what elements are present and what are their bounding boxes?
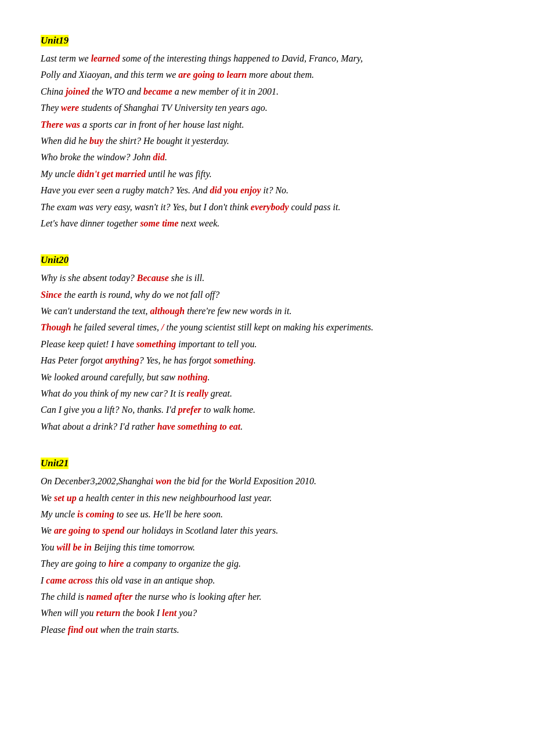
- unit21-line4: We are going to spend our holidays in Sc…: [41, 523, 493, 538]
- unit21-title: Unit21: [41, 458, 68, 469]
- unit20-line4: Though he failed several times, / the yo…: [41, 320, 493, 335]
- unit20-line3: We can't understand the text, although t…: [41, 304, 493, 319]
- unit19-section: Unit19 Last term we learned some of the …: [41, 35, 493, 231]
- unit19-line4: They were students of Shanghai TV Univer…: [41, 100, 493, 116]
- unit20-line6: Has Peter forgot anything? Yes, he has f…: [41, 353, 493, 368]
- unit19-body: Last term we learned some of the interes…: [41, 51, 493, 231]
- unit19-line3: China joined the WTO and became a new me…: [41, 84, 493, 99]
- unit21-line10: Please find out when the train starts.: [41, 622, 493, 638]
- unit19-line1: Last term we learned some of the interes…: [41, 51, 493, 66]
- unit19-line10: The exam was very easy, wasn't it? Yes, …: [41, 200, 493, 215]
- unit19-title: Unit19: [41, 35, 68, 46]
- unit19-line5: There was a sports car in front of her h…: [41, 117, 493, 132]
- unit20-line10: What about a drink? I'd rather have some…: [41, 419, 493, 434]
- unit20-body: Why is she absent today? Because she is …: [41, 271, 493, 434]
- unit20-line5: Please keep quiet! I have something impo…: [41, 337, 493, 352]
- unit20-line1: Why is she absent today? Because she is …: [41, 271, 493, 286]
- unit20-line8: What do you think of my new car? It is r…: [41, 386, 493, 401]
- unit19-line6: When did he buy the shirt? He bought it …: [41, 134, 493, 149]
- unit19-line2: Polly and Xiaoyan, and this term we are …: [41, 67, 493, 82]
- unit21-body: On Decenber3,2002,Shanghai won the bid f…: [41, 474, 493, 638]
- unit21-line7: I came across this old vase in an antiqu…: [41, 573, 493, 588]
- unit21-line6: They are going to hire a company to orga…: [41, 556, 493, 571]
- unit21-line3: My uncle is coming to see us. He'll be h…: [41, 507, 493, 522]
- unit21-line1: On Decenber3,2002,Shanghai won the bid f…: [41, 474, 493, 489]
- unit20-line2: Since the earth is round, why do we not …: [41, 287, 493, 303]
- unit19-line8: My uncle didn't get married until he was…: [41, 167, 493, 182]
- unit19-line7: Who broke the window? John did.: [41, 150, 493, 165]
- unit20-title: Unit20: [41, 254, 68, 266]
- unit19-line11: Let's have dinner together some time nex…: [41, 216, 493, 231]
- unit21-line9: When will you return the book I lent you…: [41, 606, 493, 621]
- unit21-line5: You will be in Beijing this time tomorro…: [41, 540, 493, 555]
- unit21-line2: We set up a health center in this new ne…: [41, 491, 493, 506]
- unit20-line9: Can I give you a lift? No, thanks. I'd p…: [41, 402, 493, 417]
- unit19-line9: Have you ever seen a rugby match? Yes. A…: [41, 183, 493, 198]
- unit21-line8: The child is named after the nurse who i…: [41, 589, 493, 604]
- unit21-section: Unit21 On Decenber3,2002,Shanghai won th…: [41, 458, 493, 638]
- unit20-section: Unit20 Why is she absent today? Because …: [41, 254, 493, 434]
- unit20-line7: We looked around carefully, but saw noth…: [41, 370, 493, 385]
